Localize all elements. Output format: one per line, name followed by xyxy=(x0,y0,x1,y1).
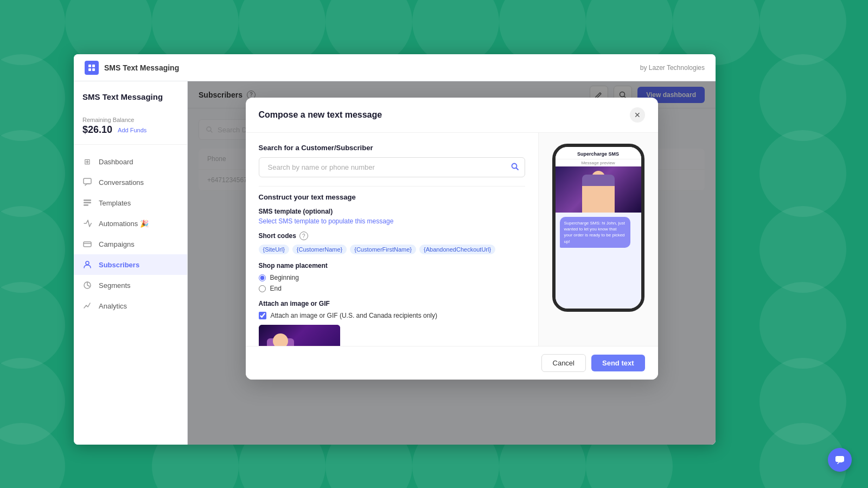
short-codes-header: Short codes ? xyxy=(259,232,525,240)
phone-message-body: Supercharge SMS: hi John, just wanted to… xyxy=(556,213,641,309)
attach-label: Attach an image or GIF xyxy=(259,300,525,307)
campaigns-icon xyxy=(82,239,92,249)
top-bar-left: SMS Text Messaging xyxy=(85,61,179,75)
sidebar-item-automations[interactable]: Automations 🎉 xyxy=(74,213,187,234)
short-codes-help-icon[interactable]: ? xyxy=(299,232,308,240)
phone-message-bubble: Supercharge SMS: hi John, just wanted to… xyxy=(560,217,630,248)
sidebar-label-campaigns: Campaigns xyxy=(99,240,135,248)
app-container: SMS Text Messaging by Lazer Technologies… xyxy=(74,54,716,445)
svg-rect-0 xyxy=(88,65,91,67)
svg-rect-7 xyxy=(84,204,88,206)
sidebar-item-templates[interactable]: Templates xyxy=(74,192,187,213)
svg-rect-2 xyxy=(88,68,91,71)
sidebar-item-analytics[interactable]: Analytics xyxy=(74,296,187,316)
balance-value: $26.10 xyxy=(82,124,112,136)
short-code-customername[interactable]: {CustomerName} xyxy=(292,245,347,254)
cancel-button[interactable]: Cancel xyxy=(541,354,586,372)
sidebar-label-subscribers: Subscribers xyxy=(99,261,139,269)
attach-checkbox-row: Attach an image or GIF (U.S. and Canada … xyxy=(259,312,525,319)
modal-overlay: Compose a new text message ✕ Search for … xyxy=(188,81,716,445)
short-code-abandonedcheckout[interactable]: {AbandonedCheckoutUrl} xyxy=(419,245,495,254)
sidebar-label-segments: Segments xyxy=(99,281,131,290)
modal-footer: Cancel Send text xyxy=(246,346,658,380)
phone-preview-image xyxy=(556,166,641,213)
sidebar-label-automations: Automations 🎉 xyxy=(99,220,149,228)
conversations-icon xyxy=(82,177,92,187)
segments-icon xyxy=(82,280,92,290)
sms-template-link[interactable]: Select SMS template to populate this mes… xyxy=(259,217,525,225)
balance-label: Remaining Balance xyxy=(82,117,178,123)
customer-search-input[interactable] xyxy=(265,158,510,177)
top-bar-title: SMS Text Messaging xyxy=(104,63,179,72)
sidebar-item-campaigns[interactable]: Campaigns xyxy=(74,234,187,254)
sidebar-item-segments[interactable]: Segments xyxy=(74,275,187,296)
chat-bubble-button[interactable] xyxy=(828,448,852,472)
short-codes-list: {SiteUrl} {CustomerName} {CustomerFirstN… xyxy=(259,245,525,254)
sidebar-nav: ⊞ Dashboard Conversations Templates xyxy=(74,149,187,318)
short-code-siteurl[interactable]: {SiteUrl} xyxy=(259,245,289,254)
subscribers-icon xyxy=(82,260,92,269)
placement-label: Shop name placement xyxy=(259,262,525,269)
main-layout: SMS Text Messaging Remaining Balance $26… xyxy=(74,81,716,445)
app-logo-icon xyxy=(85,61,99,75)
sms-template-label: SMS template (optional) xyxy=(259,208,525,215)
sidebar-label-conversations: Conversations xyxy=(99,178,144,187)
placement-end[interactable]: End xyxy=(259,285,525,292)
svg-rect-4 xyxy=(84,178,91,184)
main-content: Subscribers ? View dashboard Se xyxy=(188,81,716,445)
sidebar-brand: SMS Text Messaging xyxy=(74,92,187,112)
attach-section: Attach an image or GIF Attach an image o… xyxy=(259,300,525,346)
placement-beginning[interactable]: Beginning xyxy=(259,274,525,281)
modal-body: Search for a Customer/Subscriber Constru… xyxy=(246,133,658,346)
svg-rect-8 xyxy=(84,242,91,247)
modal-title: Compose a new text message xyxy=(259,110,382,120)
short-code-customerfirstname[interactable]: {CustomerFirstName} xyxy=(350,245,416,254)
modal-header: Compose a new text message ✕ xyxy=(246,98,658,133)
modal-right-panel: Supercharge SMS Message preview Supercha… xyxy=(539,133,658,346)
sidebar-item-conversations[interactable]: Conversations xyxy=(74,172,187,192)
attach-checkbox-label: Attach an image or GIF (U.S. and Canada … xyxy=(271,312,437,319)
templates-icon xyxy=(82,198,92,208)
svg-rect-14 xyxy=(835,456,844,462)
placement-radio-group: Beginning End xyxy=(259,274,525,292)
svg-point-9 xyxy=(86,261,89,265)
phone-sub-title: Message preview xyxy=(556,159,641,166)
top-bar: SMS Text Messaging by Lazer Technologies xyxy=(74,54,716,81)
phone-mockup: Supercharge SMS Message preview Supercha… xyxy=(552,144,644,312)
modal-close-button[interactable]: ✕ xyxy=(630,107,645,123)
svg-rect-1 xyxy=(92,65,95,67)
phone-preview-person xyxy=(582,175,615,213)
svg-rect-6 xyxy=(84,202,91,204)
compose-modal: Compose a new text message ✕ Search for … xyxy=(246,98,658,380)
customer-search-wrap xyxy=(259,157,525,177)
construct-section: Construct your text message SMS template… xyxy=(259,186,525,346)
automations-icon xyxy=(82,219,92,228)
svg-rect-3 xyxy=(92,68,95,71)
analytics-icon xyxy=(82,301,92,311)
sidebar-item-subscribers[interactable]: Subscribers xyxy=(74,254,187,275)
add-funds-link[interactable]: Add Funds xyxy=(118,127,146,133)
dashboard-icon: ⊞ xyxy=(82,157,92,166)
send-text-button[interactable]: Send text xyxy=(591,355,645,371)
sidebar-label-dashboard: Dashboard xyxy=(99,158,133,166)
modal-left-panel: Search for a Customer/Subscriber Constru… xyxy=(246,133,539,346)
placement-end-label: End xyxy=(270,285,282,292)
phone-header-title: Supercharge SMS xyxy=(556,147,641,159)
attach-checkbox[interactable] xyxy=(259,312,266,319)
sidebar: SMS Text Messaging Remaining Balance $26… xyxy=(74,81,188,445)
construct-title: Construct your text message xyxy=(259,186,525,201)
svg-rect-5 xyxy=(84,200,91,201)
placement-section: Shop name placement Beginning xyxy=(259,262,525,292)
top-bar-byline: by Lazer Technologies xyxy=(640,64,705,72)
sidebar-item-dashboard[interactable]: ⊞ Dashboard xyxy=(74,151,187,172)
customer-search-button[interactable] xyxy=(510,162,519,173)
placement-beginning-label: Beginning xyxy=(270,274,299,281)
placement-beginning-radio[interactable] xyxy=(259,274,266,281)
sidebar-balance: Remaining Balance $26.10 Add Funds xyxy=(74,112,187,145)
sidebar-label-templates: Templates xyxy=(99,199,131,207)
balance-amount: $26.10 Add Funds xyxy=(82,124,178,136)
short-codes-label: Short codes xyxy=(259,232,296,240)
sidebar-label-analytics: Analytics xyxy=(99,302,127,310)
attached-image-preview xyxy=(259,325,340,346)
placement-end-radio[interactable] xyxy=(259,285,266,292)
